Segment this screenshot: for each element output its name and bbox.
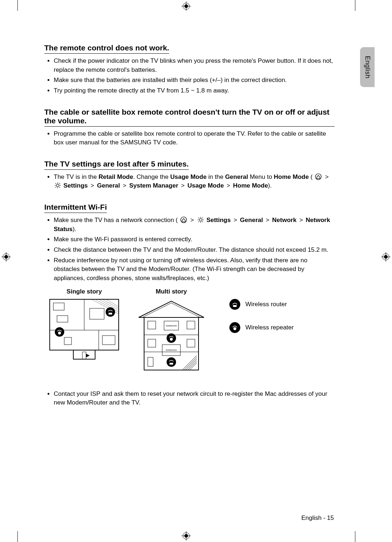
text: in the	[207, 173, 225, 180]
svg-line-32	[199, 218, 199, 218]
list-wifi: Make sure the TV has a network connectio…	[44, 216, 335, 283]
chevron: >	[190, 217, 194, 223]
bold-text: System Manager	[129, 182, 178, 189]
svg-rect-77	[170, 363, 173, 365]
svg-marker-56	[142, 303, 200, 317]
registration-mark-icon	[181, 531, 191, 541]
svg-point-53	[58, 332, 61, 334]
section-title-cable: The cable or satellite box remote contro…	[44, 108, 335, 127]
bold-text: Usage Mode	[187, 182, 224, 189]
svg-rect-48	[57, 316, 68, 322]
list-item: Try pointing the remote directly at the …	[54, 86, 335, 95]
svg-text:SAMSUNG: SAMSUNG	[166, 349, 177, 351]
section-title-wifi: Intermittent Wi-Fi	[44, 203, 107, 213]
text: ).	[268, 182, 271, 189]
svg-point-50	[106, 307, 115, 317]
section-title-remote: The remote control does not work.	[44, 44, 169, 54]
svg-line-69	[189, 363, 197, 370]
list-item: Make sure the TV has a network connectio…	[54, 216, 335, 234]
svg-line-45	[102, 299, 119, 308]
crop-mark	[17, 0, 18, 11]
diagram-multi-story: Multi story SAMSUNG	[131, 288, 211, 375]
registration-mark-icon	[381, 252, 391, 262]
diagram-title: Single story	[66, 288, 102, 295]
bold-text: Settings	[207, 217, 231, 223]
crop-mark	[355, 0, 355, 11]
page-footer: English - 15	[301, 514, 334, 522]
bold-text: General	[240, 217, 263, 223]
list-remote: Check if the power indicator on the TV b…	[44, 57, 335, 95]
list-item: The TV is in the Retail Mode. Change the…	[54, 173, 335, 190]
svg-rect-61	[187, 321, 195, 329]
bold-text: General	[225, 173, 248, 180]
home-icon	[180, 217, 187, 223]
svg-marker-55	[139, 301, 204, 317]
diagram-row: Single story	[48, 288, 335, 375]
svg-rect-41	[90, 308, 104, 319]
svg-point-76	[167, 357, 176, 367]
floorplan-single-story-icon	[48, 297, 121, 364]
chevron: >	[91, 182, 94, 189]
svg-point-17	[56, 184, 59, 187]
chevron: >	[266, 217, 269, 223]
crop-mark	[355, 531, 355, 542]
svg-line-35	[202, 218, 203, 218]
svg-line-24	[56, 187, 56, 188]
svg-line-66	[184, 357, 197, 370]
bold-text: Retail Mode	[98, 173, 133, 180]
svg-line-46	[106, 299, 119, 307]
list-item: Contact your ISP and ask them to reset y…	[54, 390, 335, 407]
diagram-title: Multi story	[156, 288, 187, 295]
svg-rect-63	[187, 339, 195, 347]
chevron: >	[181, 182, 185, 189]
bold-text: Network	[272, 217, 297, 223]
chevron: >	[123, 182, 126, 189]
svg-line-68	[188, 361, 197, 370]
chevron: >	[299, 217, 303, 223]
text: . Change the	[133, 173, 170, 180]
diagram-single-story: Single story	[48, 288, 121, 375]
list-cable: Programme the cable or satellite box rem…	[44, 130, 335, 147]
bold-text: Usage Mode	[170, 173, 207, 180]
section-title-settings: The TV settings are lost after 5 minutes…	[44, 160, 189, 170]
svg-text:SAMSUNG: SAMSUNG	[166, 325, 177, 327]
list-settings: The TV is in the Retail Mode. Change the…	[44, 173, 335, 190]
chevron: >	[233, 217, 237, 223]
chevron: >	[325, 173, 329, 180]
list-wifi-cont: Contact your ISP and ask them to reset y…	[44, 390, 335, 407]
text: The TV is in the	[54, 173, 98, 180]
svg-line-34	[199, 222, 199, 222]
registration-mark-icon	[181, 1, 191, 11]
bold-text: General	[97, 182, 120, 189]
text: Make sure the TV has a network connectio…	[54, 217, 178, 223]
list-item: Check the distance between the TV and th…	[54, 246, 335, 255]
building-multi-story-icon: SAMSUNG SAMSUNG	[131, 297, 211, 375]
svg-rect-51	[109, 313, 112, 315]
gear-icon	[54, 182, 61, 189]
svg-rect-60	[148, 321, 156, 329]
home-icon	[315, 173, 322, 180]
gear-icon	[197, 217, 204, 223]
list-item: Programme the cable or satellite box rem…	[54, 130, 335, 147]
registration-mark-icon	[1, 252, 11, 262]
svg-line-23	[60, 187, 60, 188]
svg-rect-64	[148, 357, 153, 366]
chevron: >	[226, 182, 230, 189]
legend-row-router: Wireless router	[229, 299, 294, 310]
page-content: The remote control does not work. Check …	[44, 44, 335, 409]
legend-label: Wireless router	[245, 301, 287, 308]
text: ).	[73, 226, 76, 233]
svg-line-25	[60, 183, 60, 184]
text: (	[309, 173, 313, 180]
svg-rect-47	[53, 303, 64, 310]
svg-point-73	[170, 338, 173, 341]
text: Menu to	[248, 173, 274, 180]
svg-point-27	[199, 219, 202, 221]
list-item: Check if the power indicator on the TV b…	[54, 57, 335, 74]
svg-line-33	[202, 222, 203, 222]
list-item: Make sure that the batteries are install…	[54, 76, 335, 85]
bold-text: Settings	[64, 182, 88, 189]
list-item: Make sure the Wi-Fi password is entered …	[54, 235, 335, 244]
diagram-legend: Wireless router Wireless repeater	[229, 299, 294, 375]
svg-rect-40	[64, 337, 72, 345]
